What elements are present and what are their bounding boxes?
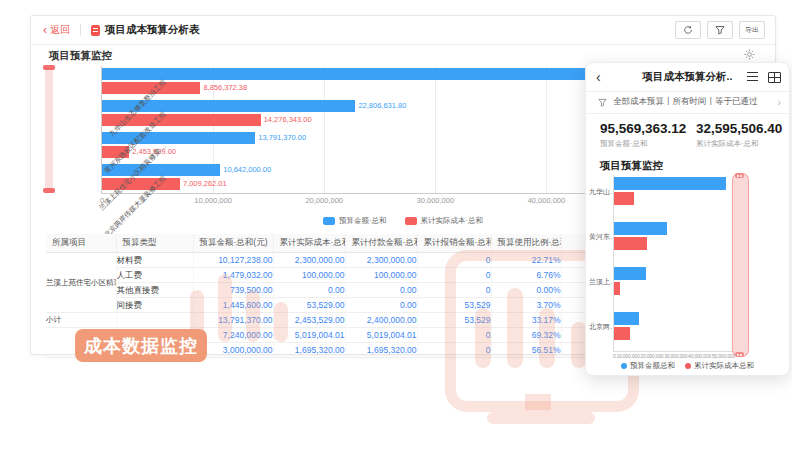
panel-header: 项目成本预算分析.. ‹	[586, 63, 789, 92]
chart-datazoom-slider[interactable]	[45, 68, 53, 190]
project-cell: 兰溪上苑住宅小区精装修第…	[46, 253, 116, 313]
ratio-cell: 6.76%	[491, 268, 561, 283]
legend-dot	[621, 363, 627, 369]
titlebar-buttons: 导出	[675, 21, 765, 39]
x-axis-tick: 10,000,000	[616, 353, 639, 359]
column-header: 预算类型	[116, 234, 193, 253]
actual-cell: 2,453,529.00	[273, 313, 345, 328]
payment-cell: 0.00	[345, 283, 417, 298]
cost-monitor-badge: 成本数据监控	[75, 329, 207, 362]
x-axis-tick: 0	[613, 353, 616, 359]
filter-icon	[715, 25, 725, 35]
budget-type-cell	[116, 313, 193, 328]
reimburse-cell: 53,529	[417, 313, 491, 328]
actual-bar	[614, 237, 647, 250]
budget-bar	[614, 267, 646, 280]
legend-label: 预算金额·总和	[339, 216, 387, 226]
x-axis-tick: 40,000,000	[528, 196, 566, 205]
titlebar: ‹ 返回 项目成本预算分析表 导出	[31, 16, 775, 45]
back-button[interactable]: ‹ 返回	[43, 23, 70, 37]
column-header: 预算金额·总和(元)	[193, 234, 273, 253]
bar-value-label: 8,856,372.38	[203, 84, 247, 92]
scrollbar-handle-top[interactable]	[735, 173, 744, 178]
budget-bar	[614, 222, 667, 235]
legend-item[interactable]: 累计实际成本·总和	[405, 216, 484, 226]
x-axis-tick: 30,000,000	[664, 353, 687, 359]
actual-cell: 2,300,000.00	[273, 253, 345, 268]
stat-label: 预算金额·总和	[600, 139, 686, 149]
x-axis-tick: 30,000,000	[417, 196, 455, 205]
actual-cell: 100,000.00	[273, 268, 345, 283]
reimburse-cell: 0	[417, 328, 491, 343]
payment-cell: 2,400,000.00	[345, 313, 417, 328]
gridline	[324, 66, 325, 193]
panel-filter-bar[interactable]: 全部成本预算丨所有时间丨等于已通过 ›	[586, 91, 789, 114]
payment-cell: 5,019,004.01	[345, 328, 417, 343]
refresh-button[interactable]	[675, 21, 701, 39]
column-header: 累计实际成本·总和(元)	[273, 234, 345, 253]
category-label: 九华山…	[589, 187, 612, 197]
bar-value-label: 7,009,262.01	[183, 180, 227, 188]
category-label: 兰溪上…	[589, 277, 612, 287]
budget-bar	[614, 312, 639, 325]
gridline	[435, 66, 436, 193]
x-axis-tick: 20,000,000	[640, 353, 663, 359]
ratio-cell: 33.17%	[491, 313, 561, 328]
mobile-preview-panel: 项目成本预算分析.. ‹ 全部成本预算丨所有时间丨等于已通过 › 95,569,…	[585, 62, 790, 376]
filter-button[interactable]	[707, 21, 733, 39]
budget-type-cell: 其他直接费	[116, 283, 193, 298]
legend-item[interactable]: 预算金额·总和	[323, 216, 387, 226]
category-label: 北京两…	[589, 322, 612, 332]
refresh-icon	[683, 25, 693, 35]
budget-bar	[102, 132, 255, 144]
legend-item[interactable]: 预算金额总和	[621, 361, 675, 371]
reimburse-cell: 0	[417, 268, 491, 283]
chevron-right-icon: ›	[777, 96, 781, 108]
legend-item[interactable]: 累计实际成本总和	[685, 361, 754, 371]
actual-cell: 0.00	[273, 283, 345, 298]
actual-cell: 5,019,004.01	[273, 328, 345, 343]
column-header: 所属项目	[46, 234, 116, 253]
slider-handle-top[interactable]	[43, 65, 55, 70]
column-header: 累计付款金额·总和(元)	[345, 234, 417, 253]
export-button[interactable]: 导出	[739, 21, 765, 39]
actual-cell: 53,529.00	[273, 298, 345, 313]
slider-handle-bottom[interactable]	[43, 188, 55, 193]
legend-label: 累计实际成本总和	[694, 361, 754, 371]
budget-bar	[102, 68, 639, 80]
ratio-cell: 69.32%	[491, 328, 561, 343]
category-label: 黄河东…	[589, 232, 612, 242]
panel-chart-ticks: 010,000,00020,000,00030,000,00040,000,00…	[613, 353, 735, 359]
legend-label: 累计实际成本·总和	[421, 216, 484, 226]
stat-label: 累计实际成本·总和	[696, 139, 782, 149]
budget-cell: 10,127,238.00	[193, 253, 273, 268]
stat-value: 32,595,506.40	[696, 121, 782, 136]
legend-swatch	[323, 217, 335, 225]
list-view-icon[interactable]	[747, 72, 758, 81]
filter-summary: 全部成本预算丨所有时间丨等于已通过	[613, 96, 758, 108]
budget-cell: 1,479,032.00	[193, 268, 273, 283]
ratio-cell: 22.71%	[491, 253, 561, 268]
legend-label: 预算金额总和	[630, 361, 675, 371]
bar-value-label: 10,642,000.00	[223, 166, 271, 174]
x-axis-tick: 40,000,000	[688, 353, 711, 359]
panel-scrollbar[interactable]	[732, 173, 749, 357]
payment-cell: 100,000.00	[345, 268, 417, 283]
titlebar-divider	[80, 24, 81, 36]
bar-value-label: 14,276,343.00	[264, 116, 312, 124]
ratio-cell: 56.51%	[491, 343, 561, 358]
report-doc-icon	[91, 25, 100, 36]
legend-swatch	[405, 217, 417, 225]
bar-value-label: 13,791,370.00	[258, 134, 306, 142]
export-label: 导出	[745, 25, 759, 35]
payment-cell: 0.00	[345, 298, 417, 313]
bar-value-label: 22,806,631.80	[358, 102, 406, 110]
chart-block-title: 项目预算监控	[49, 49, 112, 63]
actual-cell: 1,695,320.00	[273, 343, 345, 358]
reimburse-cell: 53,529	[417, 298, 491, 313]
table-view-icon[interactable]	[768, 72, 781, 83]
panel-header-icons	[747, 72, 781, 83]
actual-bar	[614, 282, 620, 295]
gridline	[546, 66, 547, 193]
scrollbar-handle-bottom[interactable]	[735, 352, 744, 357]
